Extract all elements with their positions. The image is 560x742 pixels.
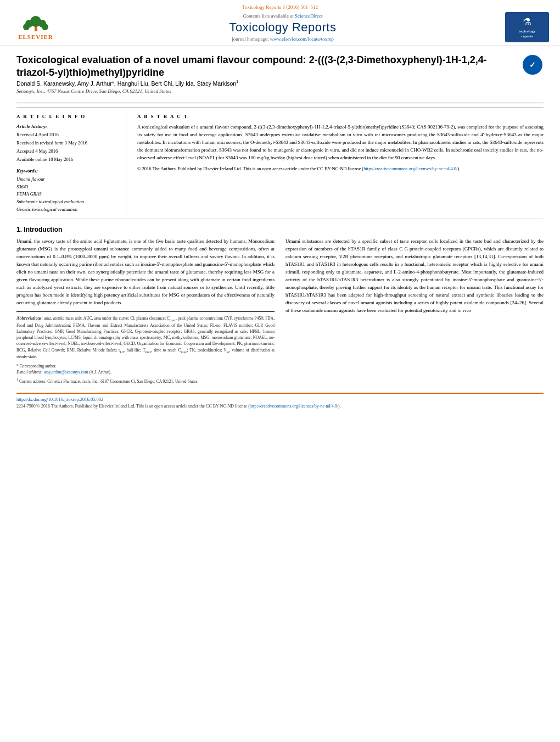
intro-para-2: Umami substances are detected by a speci… [285, 238, 544, 314]
keyword-3: FEMA GRAS [16, 191, 117, 198]
svg-point-5 [23, 24, 30, 30]
abbreviations-label: Abbreviations: [16, 316, 44, 321]
elsevier-tree-icon [21, 15, 51, 32]
footnote-1: 1 Current address: Crinetics Pharmaceuti… [16, 377, 275, 384]
bottom-license-text: 2214-7500/© 2016 The Authors. Published … [16, 404, 544, 409]
elsevier-logo: ELSEVIER [11, 14, 60, 41]
article-title-section: Toxicological evaluation of a novel umam… [16, 54, 544, 103]
abstract-text: A toxicological evaluation of a umami fl… [137, 124, 544, 172]
keyword-2: S3643 [16, 183, 117, 191]
page-container: Toxicology Reports 3 (2016) 501–512 ELSE… [0, 0, 560, 742]
introduction-section: 1. Introduction Umami, the savory taste … [16, 226, 544, 384]
bottom-bar: http://dx.doi.org/10.1016/j.toxrep.2016.… [16, 393, 544, 409]
keyword-4: Subchronic toxicological evaluation [16, 198, 117, 206]
abbreviations-block: Abbreviations: amu, atomic mass unit; AU… [16, 315, 275, 360]
cc-license-text: © 2016 The Authors. Published by Elsevie… [137, 165, 544, 172]
journal-title: Toxicology Reports [60, 20, 505, 35]
keywords-label: Keywords: [16, 168, 117, 174]
article-title: Toxicological evaluation of a novel umam… [16, 54, 522, 99]
available-date: Available online 18 May 2016 [16, 156, 117, 163]
abstract-header: A B S T R A C T [137, 114, 544, 119]
crossmark-icon: ✓ [523, 55, 542, 75]
affiliation-line: Senomyx, Inc., 4767 Nexus Centre Drive, … [16, 88, 522, 94]
journal-header: Toxicology Reports 3 (2016) 501–512 ELSE… [0, 0, 560, 46]
authors-line: Donald S. Karanewsky, Amy J. Arthur*, Ha… [16, 80, 522, 87]
revised-date: Received in revised form 3 May 2016 [16, 140, 117, 147]
toxicology-logo-text: toxicologyreports [519, 29, 535, 38]
bottom-cc-link[interactable]: http://creativecommons.org/licenses/by-n… [250, 404, 338, 409]
keyword-5: Genetic toxicological evaluation [16, 206, 117, 214]
keywords-list: Umami flavour S3643 FEMA GRAS Subchronic… [16, 176, 117, 213]
keyword-1: Umami flavour [16, 176, 117, 183]
article-info-col: A R T I C L E I N F O Article history: R… [16, 114, 126, 213]
homepage-line: journal homepage: www.elsevier.com/locat… [60, 36, 505, 42]
intro-para-1: Umami, the savory taste of the amino aci… [16, 238, 275, 306]
email-link[interactable]: amy.arthur@senomyx.com [44, 370, 88, 375]
sciencedirect-link[interactable]: ScienceDirect [295, 13, 322, 19]
journal-reference: Toxicology Reports 3 (2016) 501–512 [11, 4, 549, 10]
article-info-abstract: A R T I C L E I N F O Article history: R… [16, 108, 544, 219]
article-info-header: A R T I C L E I N F O [16, 114, 117, 119]
footnote-area: Abbreviations: amu, atomic mass unit; AU… [16, 311, 275, 384]
abstract-col: A B S T R A C T A toxicological evaluati… [137, 114, 544, 213]
section-title: 1. Introduction [16, 226, 544, 233]
author-superscript: 1 [236, 80, 238, 83]
toxicology-logo: ⚗ toxicologyreports [505, 12, 549, 42]
accepted-date: Accepted 4 May 2016 [16, 148, 117, 155]
crossmark-badge: ✓ [522, 54, 544, 76]
leading-text: leading [515, 292, 530, 298]
main-content: Toxicological evaluation of a novel umam… [0, 49, 560, 420]
body-columns: Umami, the savory taste of the amino aci… [16, 238, 544, 384]
elsevier-text: ELSEVIER [18, 34, 53, 40]
history-label: Article history: [16, 124, 117, 129]
corresponding-author-note: * Corresponding author. E-mail address: … [16, 363, 275, 376]
cc-link[interactable]: http://creativecommons.org/licenses/by-n… [363, 166, 457, 171]
abbreviations-text: amu, atomic mass unit; AUC, area under t… [16, 316, 275, 360]
body-col-right: Umami substances are detected by a speci… [285, 238, 544, 384]
doi-link[interactable]: http://dx.doi.org/10.1016/j.toxrep.2016.… [16, 397, 544, 402]
received-date: Received 4 April 2016 [16, 131, 117, 138]
svg-point-6 [42, 24, 48, 30]
body-col-left: Umami, the savory taste of the amino aci… [16, 238, 275, 384]
homepage-link[interactable]: www.elsevier.com/locate/toxrep [270, 36, 334, 42]
sciencedirect-line: Contents lists available at ScienceDirec… [60, 13, 505, 19]
journal-center: Contents lists available at ScienceDirec… [60, 13, 505, 42]
